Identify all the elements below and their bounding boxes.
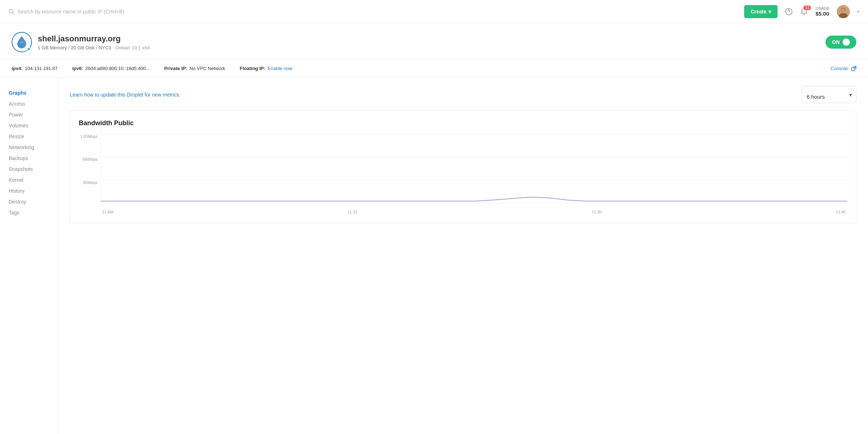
ipv4-item: ipv4: 104.131.191.87: [12, 66, 58, 71]
main-layout: Graphs Access Power Volumes Resize Netwo…: [0, 77, 868, 434]
sidebar: Graphs Access Power Volumes Resize Netwo…: [0, 77, 58, 434]
chart-area: 1.05Mbps 690kbps 350kbps: [79, 134, 847, 214]
search-icon: [9, 9, 15, 15]
sidebar-item-history[interactable]: History: [9, 185, 49, 196]
status-dot: [27, 47, 31, 51]
grid-line-2: [101, 157, 847, 157]
period-select-box[interactable]: 6 hours: [802, 86, 856, 103]
metrics-update-link[interactable]: Learn how to update this Droplet for new…: [70, 92, 181, 98]
usage-display: USAGE $5.00: [815, 6, 830, 17]
sidebar-item-backups[interactable]: Backups: [9, 153, 49, 164]
sidebar-item-kernel[interactable]: Kernel: [9, 175, 49, 185]
svg-point-2: [789, 13, 790, 13]
notification-badge: 11: [803, 5, 811, 10]
x-label-1130: 11:30: [592, 210, 602, 214]
chart-plot: [101, 134, 847, 203]
period-select-wrapper: Select Period 6 hours ▾: [802, 86, 856, 103]
droplet-name: shell.jasonmurray.org: [38, 34, 150, 44]
x-label-1145: 11:45: [836, 210, 846, 214]
power-toggle[interactable]: ON: [826, 36, 856, 49]
help-icon: [785, 8, 793, 16]
sidebar-item-destroy[interactable]: Destroy: [9, 196, 49, 207]
help-button[interactable]: [785, 8, 793, 16]
droplet-icon: [12, 32, 32, 52]
create-button[interactable]: Create ▾: [744, 5, 778, 18]
floating-ip-link[interactable]: Enable now: [268, 66, 292, 71]
x-label-11am: 11 AM: [102, 210, 113, 214]
content-top: Learn how to update this Droplet for new…: [70, 86, 856, 103]
main-content: Learn how to update this Droplet for new…: [58, 77, 868, 434]
sidebar-item-tags[interactable]: Tags: [9, 207, 49, 218]
sidebar-item-snapshots[interactable]: Snapshots: [9, 164, 49, 175]
ipv6-item: ipv6: 2604:a880:800:10::19d5:400...: [72, 66, 150, 71]
chart-x-labels: 11 AM 11:15 11:30 11:45: [101, 205, 847, 214]
avatar-image: [837, 5, 850, 18]
grid-line-1: [101, 134, 847, 135]
sidebar-item-resize[interactable]: Resize: [9, 131, 49, 142]
y-label-mid: 690kbps: [82, 157, 98, 161]
toggle-circle: [843, 38, 850, 46]
sidebar-item-networking[interactable]: Networking: [9, 142, 49, 153]
notifications-button[interactable]: 11: [800, 8, 808, 16]
search-placeholder: Search by resource name or public IP (Cm…: [17, 9, 124, 15]
droplet-specs: 1 GB Memory / 20 GB Disk / NYC3 - Debian…: [38, 45, 150, 50]
user-chevron-icon: ▾: [857, 9, 859, 14]
chevron-down-icon: ▾: [768, 9, 771, 15]
private-ip-item: Private IP: No VPC Network: [164, 66, 225, 71]
sidebar-item-volumes[interactable]: Volumes: [9, 120, 49, 131]
droplet-info: shell.jasonmurray.org 1 GB Memory / 20 G…: [12, 32, 150, 52]
sidebar-item-graphs[interactable]: Graphs: [9, 87, 49, 98]
avatar[interactable]: [837, 5, 850, 18]
grid-line-3: [101, 180, 847, 180]
bandwidth-chart-card: Bandwidth Public 1.05Mbps 690kbps 350kbp…: [70, 110, 856, 223]
y-label-low: 350kbps: [82, 180, 98, 185]
topnav-right: Create ▾ 11 USAGE $5.00: [744, 5, 859, 18]
console-link[interactable]: Console:: [831, 66, 856, 71]
floating-ip-item: Floating IP: Enable now: [240, 66, 292, 71]
topnav: Search by resource name or public IP (Cm…: [0, 0, 868, 23]
sidebar-item-access[interactable]: Access: [9, 98, 49, 109]
svg-point-6: [841, 8, 845, 13]
ip-bar: ipv4: 104.131.191.87 ipv6: 2604:a880:800…: [0, 60, 868, 77]
chart-y-labels: 1.05Mbps 690kbps 350kbps: [79, 134, 101, 203]
x-label-1115: 11:15: [348, 210, 358, 214]
chart-svg: [101, 134, 847, 203]
external-link-icon: [851, 66, 856, 71]
droplet-details: shell.jasonmurray.org 1 GB Memory / 20 G…: [38, 34, 150, 50]
droplet-header: shell.jasonmurray.org 1 GB Memory / 20 G…: [0, 23, 868, 60]
chart-title: Bandwidth Public: [79, 119, 847, 127]
bandwidth-line: [101, 197, 847, 201]
sidebar-item-power[interactable]: Power: [9, 109, 49, 120]
y-label-top: 1.05Mbps: [80, 134, 98, 139]
water-drop-icon: [16, 36, 27, 49]
search-area[interactable]: Search by resource name or public IP (Cm…: [9, 9, 744, 15]
console-area: Console:: [831, 66, 856, 71]
